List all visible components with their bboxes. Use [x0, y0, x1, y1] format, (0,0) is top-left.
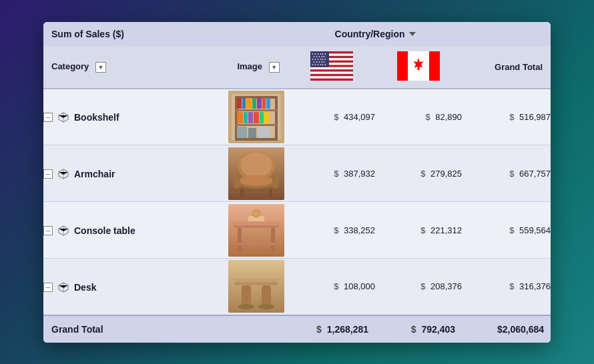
row-gt-value: 316,376 [519, 281, 551, 291]
category-name: Console table [74, 225, 135, 236]
svg-rect-5 [310, 71, 353, 73]
svg-rect-14 [397, 51, 408, 81]
svg-rect-50 [234, 175, 240, 189]
ca-dollar-sign: $ [420, 281, 425, 291]
svg-rect-60 [271, 228, 275, 251]
category-column-header[interactable]: Category ▼ [43, 46, 228, 89]
product-image [228, 260, 284, 313]
svg-rect-24 [235, 138, 278, 141]
header-row-1: Sum of Sales ($) Country/Region [43, 22, 551, 46]
category-cube-icon [58, 169, 69, 179]
us-sales-value: 108,000 [344, 281, 375, 291]
ca-value-cell: $ 279,825 [375, 145, 462, 202]
us-dollar-sign: $ [334, 281, 338, 291]
product-image [228, 91, 284, 143]
category-name: Armchair [74, 169, 115, 179]
svg-rect-38 [260, 112, 264, 123]
svg-text:★ ★ ★ ★ ★ ★: ★ ★ ★ ★ ★ ★ [312, 63, 326, 66]
svg-rect-51 [272, 175, 279, 189]
svg-rect-6 [310, 76, 353, 78]
svg-rect-59 [238, 228, 242, 251]
svg-rect-27 [237, 98, 242, 109]
ca-sales-value: 279,825 [430, 169, 462, 179]
category-cube-icon [58, 225, 69, 236]
svg-rect-39 [264, 112, 269, 123]
row-grand-total-cell: $ 559,564 [462, 202, 551, 259]
grand-total-overall-cell: $2,060,684 [462, 315, 551, 343]
svg-rect-31 [257, 98, 262, 109]
us-value-cell: $ 338,252 [288, 202, 375, 259]
svg-rect-42 [258, 127, 270, 138]
svg-rect-34 [237, 112, 243, 123]
us-dollar-sign: $ [334, 112, 338, 122]
category-cube-icon [58, 112, 69, 123]
product-image-cell [228, 145, 288, 202]
row-gt-dollar-sign: $ [509, 112, 514, 122]
collapse-button[interactable]: ─ [43, 113, 53, 122]
ca-dollar-sign: $ [420, 225, 425, 235]
svg-rect-58 [232, 221, 280, 225]
svg-rect-15 [429, 51, 440, 81]
svg-rect-30 [252, 98, 256, 109]
svg-point-63 [252, 209, 260, 217]
pivot-table-container: Sum of Sales ($) Country/Region Category… [43, 22, 551, 343]
image-filter-button[interactable]: ▼ [269, 62, 280, 73]
category-cell: ─ Desk [43, 259, 228, 315]
svg-rect-36 [248, 112, 253, 123]
row-gt-value: 667,757 [519, 169, 551, 179]
svg-rect-41 [248, 128, 256, 138]
product-image-cell [228, 202, 288, 259]
image-column-header[interactable]: Image ▼ [228, 46, 288, 89]
gt-us-dollar: $ [316, 324, 322, 335]
ca-dollar-sign: $ [420, 169, 425, 179]
row-gt-value: 559,564 [519, 225, 551, 235]
ca-sales-value: 82,890 [435, 112, 462, 122]
ca-value-cell: $ 208,376 [375, 259, 462, 315]
ca-flag-icon [397, 51, 440, 81]
ca-dollar-sign: $ [425, 112, 430, 122]
row-gt-dollar-sign: $ [509, 225, 514, 235]
grand-total-spacer [462, 22, 551, 46]
country-region-header[interactable]: Country/Region [288, 22, 462, 46]
gt-us-value: 1,268,281 [327, 324, 368, 335]
svg-point-72 [258, 304, 274, 309]
collapse-button[interactable]: ─ [43, 226, 53, 235]
us-sales-value: 387,932 [344, 169, 375, 179]
gt-overall-value: $2,060,684 [497, 324, 544, 335]
svg-rect-40 [237, 127, 247, 138]
svg-rect-61 [238, 243, 275, 245]
ca-value-cell: $ 82,890 [375, 89, 462, 145]
collapse-button[interactable]: ─ [43, 169, 53, 179]
category-cell: ─ Armchair [43, 145, 228, 202]
svg-rect-4 [310, 67, 353, 69]
row-gt-value: 516,987 [519, 112, 551, 122]
category-filter-button[interactable]: ▼ [95, 62, 106, 73]
us-sales-value: 434,097 [344, 112, 375, 122]
table-row: ─ Desk [43, 259, 551, 315]
country-region-dropdown-icon[interactable] [409, 32, 416, 36]
category-name: Bookshelf [74, 112, 119, 123]
svg-rect-52 [240, 189, 244, 197]
ca-sales-value: 221,312 [430, 225, 462, 235]
svg-point-71 [238, 304, 254, 309]
svg-rect-69 [242, 285, 251, 307]
grand-total-column-header: Grand Total [462, 46, 551, 89]
collapse-button[interactable]: ─ [43, 283, 53, 292]
category-cell: ─ Console table [43, 202, 228, 259]
us-flag-header: ★ ★ ★ ★ ★ ★ ★ ★ ★ ★ ★ ★ ★ ★ ★ ★ ★ ★ ★ ★ … [288, 46, 375, 89]
svg-rect-17 [418, 66, 420, 70]
category-cube-icon [58, 282, 69, 293]
svg-rect-33 [266, 98, 270, 109]
header-row-2: Category ▼ Image ▼ [43, 46, 551, 89]
svg-rect-26 [235, 124, 278, 126]
grand-total-row: Grand Total $ 1,268,281 $ 792,403 $2,060… [43, 315, 551, 343]
svg-rect-28 [242, 98, 246, 109]
svg-rect-29 [246, 98, 252, 109]
svg-rect-25 [235, 109, 278, 111]
row-grand-total-cell: $ 516,987 [462, 89, 551, 145]
row-gt-dollar-sign: $ [509, 169, 514, 179]
us-flag-icon: ★ ★ ★ ★ ★ ★ ★ ★ ★ ★ ★ ★ ★ ★ ★ ★ ★ ★ ★ ★ … [310, 51, 353, 81]
svg-rect-66 [228, 260, 284, 313]
row-gt-dollar-sign: $ [509, 281, 514, 291]
ca-value-cell: $ 221,312 [375, 202, 462, 259]
